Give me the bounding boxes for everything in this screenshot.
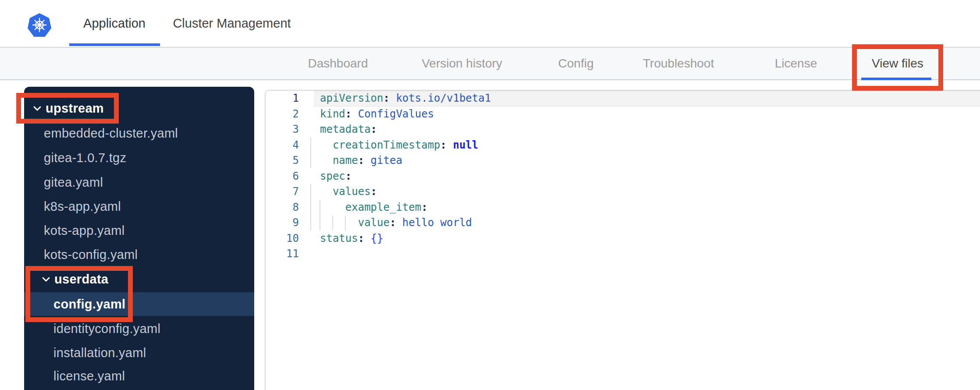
tree-item-label: identityconfig.yaml — [53, 322, 160, 336]
nav-dashboard[interactable]: Dashboard — [308, 48, 368, 79]
nav-view-files[interactable]: View files — [872, 48, 923, 79]
code-line-content: creationTimestamp: null — [314, 138, 980, 153]
code-line-7[interactable]: 7 values: — [266, 184, 980, 200]
sidebar-file-installation-yaml[interactable]: installation.yaml — [24, 341, 254, 365]
code-line-content: kind: ConfigValues — [314, 106, 980, 122]
sidebar-file-gitea-yaml[interactable]: gitea.yaml — [24, 170, 254, 194]
code-line-11[interactable]: 11 — [266, 246, 980, 262]
sidebar-folder-upstream[interactable]: upstream — [24, 96, 254, 120]
active-subnav-indicator — [861, 78, 931, 80]
tree-item-label: kots-app.yaml — [44, 223, 124, 238]
indent-guide — [310, 137, 311, 168]
line-number: 4 — [266, 138, 314, 153]
line-number: 5 — [266, 153, 314, 169]
line-number: 6 — [266, 169, 314, 184]
code-line-2[interactable]: 2kind: ConfigValues — [266, 106, 980, 122]
tree-item-label: license.yaml — [53, 369, 125, 383]
code-line-content: value: hello world — [314, 215, 980, 231]
code-line-content: values: — [314, 184, 980, 200]
tree-item-label: kots-config.yaml — [44, 248, 138, 262]
nav-troubleshoot[interactable]: Troubleshoot — [643, 48, 714, 79]
indent-guide — [345, 216, 346, 230]
line-number: 3 — [266, 122, 314, 138]
nav-config[interactable]: Config — [558, 48, 594, 79]
tree-item-label: k8s-app.yaml — [44, 199, 121, 214]
line-number: 8 — [266, 200, 314, 216]
tree-item-label: upstream — [46, 101, 104, 116]
code-line-9[interactable]: 9 value: hello world — [266, 215, 980, 231]
code-line-5[interactable]: 5 name: gitea — [266, 153, 980, 169]
code-line-3[interactable]: 3metadata: — [266, 122, 980, 138]
tree-item-label: userdata — [54, 272, 108, 287]
code-line-content: apiVersion: kots.io/v1beta1 — [314, 91, 980, 106]
tree-item-label: embedded-cluster.yaml — [44, 126, 178, 141]
nav-license-label: License — [775, 57, 817, 71]
code-line-content — [314, 246, 980, 262]
sidebar-file-config-yaml[interactable]: config.yaml — [24, 292, 254, 316]
nav-view-files-label: View files — [872, 57, 923, 71]
kots-admin-console: Application Cluster Management Dashboard… — [0, 0, 980, 390]
tab-application-label: Application — [83, 16, 146, 31]
sidebar-file-k8s-app-yaml[interactable]: k8s-app.yaml — [24, 195, 254, 218]
active-tab-indicator — [69, 43, 160, 46]
file-tree-sidebar: upstreamembedded-cluster.yamlgitea-1.0.7… — [24, 87, 254, 390]
indent-guide — [310, 184, 311, 230]
line-number: 2 — [266, 106, 314, 122]
tree-item-label: installation.yaml — [53, 346, 146, 360]
tree-item-label: config.yaml — [53, 297, 125, 312]
nav-config-label: Config — [558, 57, 594, 71]
code-line-content: status: {} — [314, 231, 980, 247]
app-subnav: Dashboard Version history Config Trouble… — [0, 47, 980, 80]
tab-cluster-management[interactable]: Cluster Management — [173, 0, 291, 47]
chevron-down-icon — [33, 106, 42, 111]
sidebar-file-gitea-1-0-7-tgz[interactable]: gitea-1.0.7.tgz — [24, 146, 254, 170]
sidebar-file-identityconfig-yaml[interactable]: identityconfig.yaml — [24, 317, 254, 340]
nav-license[interactable]: License — [775, 48, 817, 79]
code-line-8[interactable]: 8 example_item: — [266, 200, 980, 216]
kubernetes-logo-icon — [28, 13, 51, 37]
helm-wheel-icon — [31, 16, 48, 34]
code-line-content: example_item: — [314, 200, 980, 216]
sidebar-file-kots-config-yaml[interactable]: kots-config.yaml — [24, 243, 254, 266]
code-line-content: metadata: — [314, 122, 980, 138]
tree-item-label: gitea-1.0.7.tgz — [44, 151, 126, 165]
tree-item-label: gitea.yaml — [44, 175, 103, 190]
line-number: 1 — [266, 91, 314, 106]
app-header: Application Cluster Management — [0, 0, 980, 47]
line-number: 7 — [266, 184, 314, 200]
nav-troubleshoot-label: Troubleshoot — [643, 57, 714, 71]
sidebar-file-kots-app-yaml[interactable]: kots-app.yaml — [24, 219, 254, 242]
code-lines: 1apiVersion: kots.io/v1beta12kind: Confi… — [266, 91, 980, 262]
code-line-4[interactable]: 4 creationTimestamp: null — [266, 138, 980, 153]
nav-dashboard-label: Dashboard — [308, 57, 368, 71]
nav-version-history[interactable]: Version history — [422, 48, 502, 79]
yaml-file-viewer[interactable]: 1apiVersion: kots.io/v1beta12kind: Confi… — [265, 90, 980, 390]
chevron-down-icon — [42, 277, 50, 282]
sidebar-file-embedded-cluster-yaml[interactable]: embedded-cluster.yaml — [24, 121, 254, 145]
line-number: 11 — [266, 246, 314, 262]
nav-version-history-label: Version history — [422, 57, 502, 71]
line-number: 9 — [266, 215, 314, 231]
code-line-1[interactable]: 1apiVersion: kots.io/v1beta1 — [266, 91, 980, 106]
tab-application[interactable]: Application — [83, 0, 146, 47]
tab-cluster-management-label: Cluster Management — [173, 16, 291, 31]
indent-guide — [320, 200, 320, 230]
code-line-6[interactable]: 6spec: — [266, 169, 980, 184]
sidebar-folder-userdata[interactable]: userdata — [24, 267, 254, 291]
indent-guide — [332, 216, 333, 230]
sidebar-file-license-yaml[interactable]: license.yaml — [24, 364, 254, 388]
code-line-10[interactable]: 10status: {} — [266, 231, 980, 247]
code-line-content: spec: — [314, 169, 980, 184]
line-number: 10 — [266, 231, 314, 247]
code-line-content: name: gitea — [314, 153, 980, 169]
